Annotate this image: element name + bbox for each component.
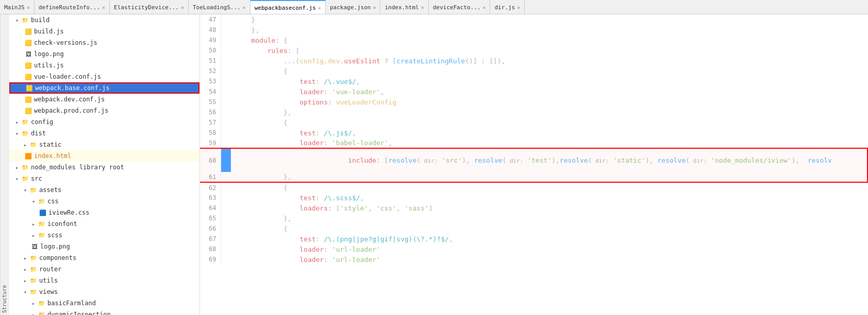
js-file-icon: 🟨 [24,96,33,103]
item-label: webpack.prod.conf.js [34,107,109,114]
sidebar-item-index-html[interactable]: 🟧 index.html [9,150,199,162]
structure-panel-label[interactable]: Structure [0,14,9,315]
sidebar-item-iviewre[interactable]: 🟦 iviewRe.css [9,207,199,218]
tab-webpack-base[interactable]: webpackbaseconf.js ✕ [251,0,326,14]
sidebar-item-vue-loader-conf[interactable]: 🟨 vue-loader.conf.js [9,71,199,82]
tab-main-js[interactable]: MainJS ✕ [0,0,35,14]
sidebar-item-components[interactable]: ▸ 📁 components [9,252,199,264]
table-row: 50 rules: [ [200,45,867,56]
line-number: 63 [200,192,221,203]
item-label: check-versions.js [34,39,97,46]
sidebar-item-dist[interactable]: ▾ 📁 dist [9,128,199,139]
tab-index-html[interactable]: index.html ✕ [380,0,428,14]
line-number: 53 [200,76,221,86]
sidebar-item-assets[interactable]: ▾ 📁 assets [9,184,199,196]
tab-toe-loadings[interactable]: ToeLoadingS... ✕ [189,0,251,14]
gutter [221,56,231,66]
chevron-down-icon: ▾ [22,187,29,193]
gutter [221,148,231,172]
item-label: utils.js [34,62,64,69]
close-icon[interactable]: ✕ [181,5,184,10]
table-row: 62 { [200,182,867,192]
item-label: iviewRe.css [48,209,89,216]
code-editor[interactable]: 47 } 48 }, 49 module: { 50 [200,14,868,315]
sidebar-item-static[interactable]: ▸ 📁 static [9,139,199,150]
sidebar-item-logo-png[interactable]: 🖼 logo.png [9,48,199,60]
sidebar-item-basicfarmland[interactable]: ▸ 📁 basicFarmland [9,297,199,309]
item-label: css [47,198,59,205]
code-line: }, [231,107,867,117]
sidebar-item-src[interactable]: ▾ 📁 src [9,173,199,184]
sidebar-item-config[interactable]: ▸ 📁 config [9,116,199,128]
gutter [221,138,231,148]
line-number: 54 [200,86,221,97]
close-icon[interactable]: ✕ [421,5,424,10]
item-label: index.html [34,152,71,160]
table-row: 48 }, [200,25,867,35]
chevron-right-icon: ▸ [30,221,37,227]
sidebar-item-node-modules[interactable]: ▸ 📁 node_modules library root [9,162,199,173]
tab-define-route[interactable]: defineRouteInfo... ✕ [35,0,110,14]
gutter [221,254,231,265]
close-icon[interactable]: ✕ [482,5,486,10]
code-line: { [231,66,867,76]
folder-icon: 📁 [37,198,46,205]
close-icon[interactable]: ✕ [27,5,30,10]
table-row: 52 { [200,66,867,76]
code-line: }, [231,172,867,182]
tab-dir-js[interactable]: dir.js ✕ [490,0,525,14]
sidebar-item-router[interactable]: ▸ 📁 router [9,264,199,275]
table-row: 60 include: [resolve( dir: 'src'), resol… [200,148,867,172]
table-row: 68 loader: 'url-loader' [200,244,867,254]
gutter [221,35,231,45]
line-number: 52 [200,66,221,76]
js-file-icon: 🟨 [24,74,33,80]
gutter [221,244,231,254]
close-icon[interactable]: ✕ [243,5,246,10]
sidebar-item-webpack-base[interactable]: 🟨 webpack.base.conf.js [9,82,199,94]
code-line: module: { [231,35,867,45]
sidebar-item-webpack-dev[interactable]: 🟨 webpack.dev.conf.js [9,94,199,105]
line-number: 55 [200,97,221,107]
code-line: include: [resolve( dir: 'src'), resolve(… [231,148,867,172]
chevron-right-icon: ▸ [22,267,29,272]
close-icon[interactable]: ✕ [373,5,376,10]
folder-icon: 📁 [29,142,38,148]
tab-elasticity[interactable]: ElasticityDevice... ✕ [110,0,189,14]
close-icon[interactable]: ✕ [517,5,520,10]
table-row: 51 ...(config.dev.useEslint ? [createLin… [200,56,867,66]
item-label: router [39,266,61,273]
close-icon[interactable]: ✕ [102,5,105,10]
folder-icon: 📁 [21,119,30,126]
sidebar-item-build-js[interactable]: 🟨 build.js [9,26,199,37]
folder-icon: 📁 [37,232,46,239]
close-icon[interactable]: ✕ [318,5,321,11]
code-table: 47 } 48 }, 49 module: { 50 [200,14,868,265]
sidebar-item-logo-src[interactable]: 🖼 logo.png [9,241,199,252]
code-line: test: /\.js$/, [231,128,867,138]
tab-device-factory[interactable]: deviceFacto... ✕ [429,0,491,14]
sidebar-item-dynamicinspection[interactable]: ▸ 📁 dynamicInspection [9,309,199,315]
code-line: { [231,182,867,192]
line-number: 49 [200,35,221,45]
code-line: ...(config.dev.useEslint ? [createLintin… [231,56,867,66]
sidebar-item-check-versions[interactable]: 🟨 check-versions.js [9,37,199,48]
line-number: 66 [200,223,221,234]
sidebar-item-utils-folder[interactable]: ▸ 📁 utils [9,275,199,286]
sidebar-item-iconfont[interactable]: ▸ 📁 iconfont [9,218,199,230]
gutter [221,107,231,117]
sidebar-item-views[interactable]: ▾ 📁 views [9,286,199,297]
sidebar-item-css[interactable]: ▾ 📁 css [9,196,199,207]
table-row: 66 { [200,223,867,234]
tab-package-json[interactable]: package.json ✕ [326,0,381,14]
gutter [221,45,231,56]
sidebar-item-build[interactable]: ▾ 📁 build [9,14,199,26]
sidebar-item-utils[interactable]: 🟨 utils.js [9,60,199,71]
folder-icon: 📁 [37,300,46,307]
item-label: iconfont [47,220,77,227]
folder-icon: 📁 [37,311,46,316]
sidebar-item-webpack-prod[interactable]: 🟨 webpack.prod.conf.js [9,105,199,116]
sidebar-item-scss[interactable]: ▸ 📁 scss [9,230,199,241]
code-line: rules: [ [231,45,867,56]
gutter [221,86,231,97]
